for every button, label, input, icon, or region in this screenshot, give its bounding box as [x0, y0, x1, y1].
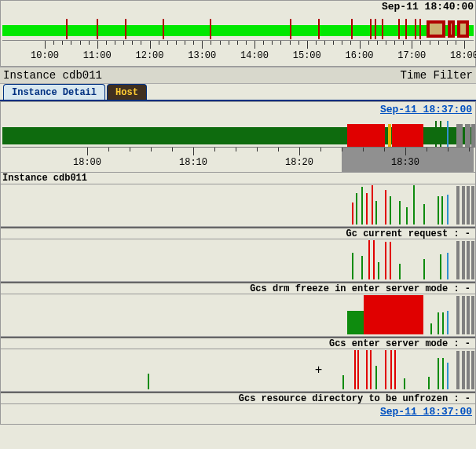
metric-bar — [385, 190, 386, 224]
metric-bar — [373, 240, 375, 279]
metric-bar — [423, 204, 425, 224]
detail-marker-line — [440, 121, 441, 148]
overview-tick-label: 16:00 — [345, 50, 373, 61]
metric-label: Gcs drm freeze in enter server mode : - — [1, 282, 475, 294]
overview-tick-label: 10:00 — [31, 50, 59, 61]
metric-bar — [406, 207, 408, 224]
metric-bar — [430, 323, 432, 334]
metric-gray-line — [471, 186, 474, 224]
detail-critical-block — [347, 124, 385, 148]
overview-tick-label: 12:00 — [135, 50, 163, 61]
metric-gray-line — [456, 296, 460, 334]
overview-tick-label: 17:00 — [397, 50, 426, 61]
overview-spike — [318, 19, 320, 39]
overview-timestamp: Sep-11 18:40:00 — [382, 1, 474, 13]
metric-bar — [366, 193, 368, 224]
metric-bar — [428, 377, 430, 389]
detail-gray-block — [465, 124, 471, 148]
metric-bar — [356, 193, 357, 224]
overview-spike — [125, 19, 126, 39]
overview-spike — [382, 19, 383, 39]
tab-host[interactable]: Host — [107, 84, 147, 100]
metric-bar — [447, 195, 449, 224]
metric-bar — [352, 203, 353, 224]
overview-spike — [398, 19, 400, 39]
metric-bar — [404, 378, 405, 389]
detail-axis: 18:0018:1018:2018:3018:4 — [2, 147, 474, 172]
detail-gray-block — [471, 124, 475, 148]
metric-bar — [368, 240, 370, 279]
metric-bar — [440, 254, 441, 279]
metric-bar — [148, 374, 149, 389]
metric-bar — [390, 196, 391, 224]
metric-bar — [423, 259, 425, 279]
metric-label: Gcs enter server mode : - — [1, 337, 475, 349]
metric-bar — [447, 363, 449, 389]
metric-bar — [372, 185, 373, 224]
metrics-title: Instance cdb011 — [1, 172, 475, 184]
overview-spike — [419, 19, 421, 39]
metric-bar — [442, 358, 444, 389]
detail-tick-label: 18:30 — [391, 157, 419, 168]
metric-block — [397, 295, 423, 334]
metric-bar — [354, 350, 356, 389]
detail-tick-label: 18:10 — [179, 157, 207, 168]
metric-gray-line — [467, 186, 470, 224]
overview-tick-label: 13:00 — [188, 50, 216, 61]
metric-bar — [390, 350, 392, 389]
metric-gray-line — [456, 186, 460, 224]
detail-critical-block — [392, 124, 423, 148]
cursor-crosshair: + — [315, 363, 323, 378]
metric-bar — [390, 242, 391, 279]
tab-instance-detail[interactable]: Instance Detail — [3, 84, 105, 100]
overview-spike — [351, 19, 353, 39]
overview-warn-inner — [451, 24, 452, 35]
metric-chart[interactable] — [1, 294, 475, 337]
overview-panel: Sep-11 18:40:00 10:0011:0012:0013:0014:0… — [0, 0, 476, 67]
metric-chart[interactable]: + — [1, 349, 475, 392]
overview-spike — [66, 19, 68, 39]
metric-gray-line — [462, 186, 465, 224]
metric-label: Gcs resource directory to be unfrozen : … — [1, 392, 475, 404]
metric-gray-line — [462, 296, 465, 334]
metric-bar — [438, 312, 439, 334]
metric-bar — [394, 350, 396, 389]
time-filter-label[interactable]: Time Filter — [401, 69, 473, 82]
overview-tick-label: 15:00 — [293, 50, 321, 61]
footer-timestamp-link[interactable]: Sep-11 18:37:00 — [1, 404, 475, 424]
metric-bar — [442, 312, 444, 334]
metric-chart[interactable] — [1, 239, 475, 282]
detail-marker-line — [435, 121, 437, 148]
metric-bar — [366, 350, 368, 389]
detail-warn-marker — [388, 124, 391, 148]
detail-gray-block — [456, 124, 463, 148]
metric-gray-line — [462, 351, 465, 389]
detail-marker-line — [447, 121, 449, 148]
overview-spike — [415, 19, 416, 39]
metrics-area: Instance cdb011 Gc current request : -Gc… — [1, 172, 475, 404]
metric-label: Gc current request : - — [1, 227, 475, 239]
metric-gray-line — [467, 351, 470, 389]
metric-gray-line — [456, 241, 460, 279]
metric-bar — [385, 350, 386, 389]
metric-bar — [357, 350, 359, 389]
tab-bar: Instance DetailHost — [0, 84, 476, 101]
detail-timeline[interactable]: 18:0018:1018:2018:3018:4 — [1, 116, 475, 172]
metric-bar — [447, 311, 449, 334]
metric-bar — [438, 358, 439, 389]
overview-spike — [405, 19, 407, 39]
overview-spike — [163, 19, 164, 39]
metric-gray-line — [471, 351, 474, 389]
metric-bar — [375, 201, 377, 224]
metric-bar — [342, 375, 344, 389]
overview-timeline[interactable] — [2, 19, 474, 39]
detail-timestamp-link[interactable]: Sep-11 18:37:00 — [1, 102, 475, 116]
overview-spike — [375, 19, 376, 39]
metric-chart[interactable] — [1, 184, 475, 227]
overview-spike — [97, 19, 98, 39]
overview-warn-inner — [430, 24, 443, 35]
overview-spike — [210, 19, 211, 39]
metric-bar — [441, 196, 443, 224]
metric-bar — [413, 185, 415, 224]
metric-gray-line — [471, 296, 474, 334]
